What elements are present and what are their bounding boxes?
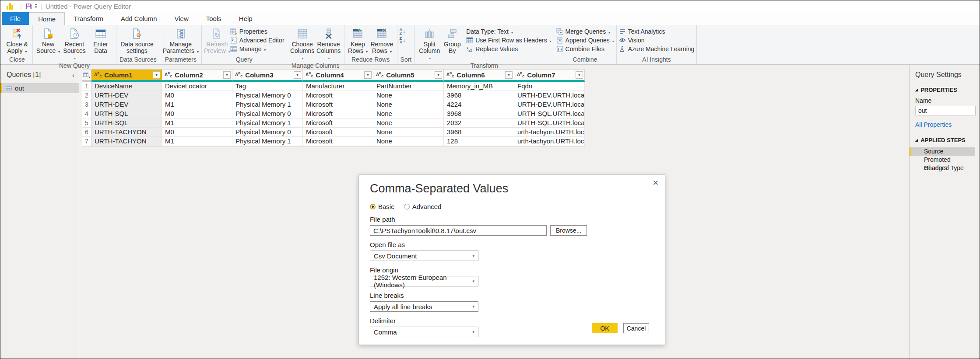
data-type-button[interactable]: Data Type: Text ▾ (466, 28, 551, 35)
table-cell[interactable]: URTH-DEV.URTH.local (514, 100, 585, 109)
split-column-button[interactable]: Split Column ▾ (417, 26, 442, 62)
basic-radio[interactable]: Basic (370, 203, 394, 210)
table-cell[interactable]: None (373, 109, 444, 119)
table-cell[interactable]: 4224 (444, 100, 514, 109)
applied-step-item[interactable]: Promoted Headers (910, 156, 975, 164)
manage-parameters-button[interactable]: Manage Parameters ▾ (162, 26, 199, 55)
table-cell[interactable]: Microsoft (303, 109, 373, 119)
row-number[interactable]: 5 (82, 119, 91, 128)
applied-step-item[interactable]: Changed Type (910, 164, 975, 172)
filter-button[interactable]: ▾ (223, 71, 231, 79)
remove-columns-button[interactable]: Remove Columns ▾ (316, 26, 342, 62)
table-cell[interactable]: urth-tachyon.URTH.local (514, 137, 585, 146)
table-cell[interactable]: Tag (232, 82, 303, 91)
column-header-column7[interactable]: ABC Column7 ▾ (514, 70, 585, 82)
table-cell[interactable]: 3968 (444, 91, 514, 100)
table-cell[interactable]: Physical Memory 1 (232, 137, 303, 146)
table-cell[interactable]: PartNumber (373, 82, 444, 91)
applied-steps-section-header[interactable]: ◢ APPLIED STEPS (915, 137, 975, 143)
combine-files-button[interactable]: Combine Files (556, 45, 614, 53)
table-cell[interactable]: 128 (444, 137, 514, 146)
table-cell[interactable]: M0 (162, 91, 232, 100)
save-icon[interactable] (25, 3, 32, 10)
column-header-column2[interactable]: ABC Column2 ▾ (162, 70, 232, 82)
table-cell[interactable]: URTH-DEV (91, 100, 162, 109)
row-number[interactable]: 4 (82, 109, 91, 119)
line-breaks-select[interactable]: Apply all line breaks ▾ (370, 301, 478, 312)
table-cell[interactable]: 3968 (444, 109, 514, 119)
table-cell[interactable]: None (373, 128, 444, 137)
column-header-column6[interactable]: ABC Column6 ▾ (444, 70, 514, 82)
advanced-radio[interactable]: Advanced (404, 203, 442, 210)
keep-rows-button[interactable]: Keep Rows ▾ (347, 26, 369, 55)
sort-descending-button[interactable]: ZA↓ (400, 37, 406, 44)
filter-button[interactable]: ▾ (364, 71, 372, 79)
select-all-button[interactable]: ▾ (82, 70, 91, 82)
table-cell[interactable]: M1 (162, 119, 232, 128)
table-cell[interactable]: M0 (162, 109, 232, 119)
filter-button[interactable]: ▾ (294, 71, 301, 79)
quick-access-dropdown-icon[interactable]: ▾ (35, 4, 37, 9)
table-cell[interactable]: Microsoft (303, 100, 373, 109)
table-cell[interactable]: None (373, 100, 444, 109)
tab-add-column[interactable]: Add Column (112, 12, 166, 25)
table-cell[interactable]: M1 (162, 100, 232, 109)
recent-sources-button[interactable]: Recent Sources ▾ (61, 26, 88, 62)
table-cell[interactable]: Physical Memory 0 (232, 128, 303, 137)
text-analytics-button[interactable]: Text Analytics (619, 28, 695, 35)
ok-button[interactable]: OK (592, 323, 618, 333)
azure-ml-button[interactable]: Azure Machine Learning (619, 45, 695, 53)
table-cell[interactable]: URTH-SQL.URTH.local (514, 119, 585, 128)
query-list-item[interactable]: out (0, 83, 79, 93)
collapse-panel-icon[interactable]: ‹ (72, 71, 74, 79)
open-file-as-select[interactable]: Csv Document ▾ (370, 251, 478, 261)
table-cell[interactable]: Microsoft (303, 91, 373, 100)
table-cell[interactable]: URTH-SQL (91, 109, 162, 119)
table-cell[interactable]: Physical Memory 1 (232, 100, 303, 109)
table-cell[interactable]: None (373, 137, 444, 146)
table-cell[interactable]: DeviceLocator (162, 82, 232, 91)
data-source-settings-button[interactable]: ⚙ Data source settings (119, 26, 155, 54)
table-cell[interactable]: 2032 (444, 119, 514, 128)
table-cell[interactable]: Memory_in_MB (444, 82, 514, 91)
table-cell[interactable]: 3968 (444, 128, 514, 137)
properties-section-header[interactable]: ◢ PROPERTIES (915, 87, 975, 93)
advanced-editor-button[interactable]: Advanced Editor (230, 36, 285, 44)
refresh-preview-button[interactable]: ↻ Refresh Preview ▾ (204, 26, 230, 55)
table-cell[interactable]: URTH-TACHYON (91, 137, 162, 146)
delimiter-select[interactable]: Comma ▾ (370, 327, 478, 337)
row-number[interactable]: 2 (82, 91, 91, 100)
merge-queries-button[interactable]: Merge Queries ▾ (556, 28, 614, 35)
column-header-column5[interactable]: ABC Column5 ▾ (373, 70, 444, 82)
table-cell[interactable]: Physical Memory 0 (232, 109, 303, 119)
enter-data-button[interactable]: Enter Data (88, 26, 114, 54)
row-number[interactable]: 7 (82, 137, 91, 146)
tab-view[interactable]: View (166, 12, 197, 25)
table-cell[interactable]: Microsoft (303, 119, 373, 128)
filter-button[interactable]: ▾ (153, 71, 160, 79)
use-first-row-as-headers-button[interactable]: Use First Row as Headers ▾ (466, 36, 551, 44)
append-queries-button[interactable]: Append Queries ▾ (556, 36, 614, 44)
vision-button[interactable]: Vision (619, 36, 695, 44)
replace-values-button[interactable]: 12 Replace Values (466, 45, 551, 53)
tab-tools[interactable]: Tools (197, 12, 230, 25)
table-cell[interactable]: Microsoft (303, 128, 373, 137)
table-cell[interactable]: URTH-SQL.URTH.local (514, 109, 585, 119)
table-cell[interactable]: M1 (162, 137, 232, 146)
browse-button[interactable]: Browse... (550, 225, 587, 236)
properties-button[interactable]: Properties (230, 28, 285, 35)
remove-rows-button[interactable]: Remove Rows ▾ (369, 26, 395, 55)
filter-button[interactable]: ▾ (576, 71, 583, 79)
table-cell[interactable]: Physical Memory 1 (232, 119, 303, 128)
table-cell[interactable]: Physical Memory 0 (232, 91, 303, 100)
cancel-button[interactable]: Cancel (623, 323, 649, 333)
tab-file[interactable]: File (2, 12, 29, 25)
table-cell[interactable]: urth-tachyon.URTH.local (514, 128, 585, 137)
close-and-apply-button[interactable]: Close & Apply ▾ (4, 26, 30, 55)
column-header-column4[interactable]: ABC Column4 ▾ (303, 70, 373, 82)
column-header-column1[interactable]: ABC Column1 ▾ (91, 70, 162, 82)
query-name-input[interactable] (915, 106, 976, 115)
column-header-column3[interactable]: ABC Column3 ▾ (232, 70, 303, 82)
table-cell[interactable]: None (373, 91, 444, 100)
table-cell[interactable]: Manufacturer (303, 82, 373, 91)
